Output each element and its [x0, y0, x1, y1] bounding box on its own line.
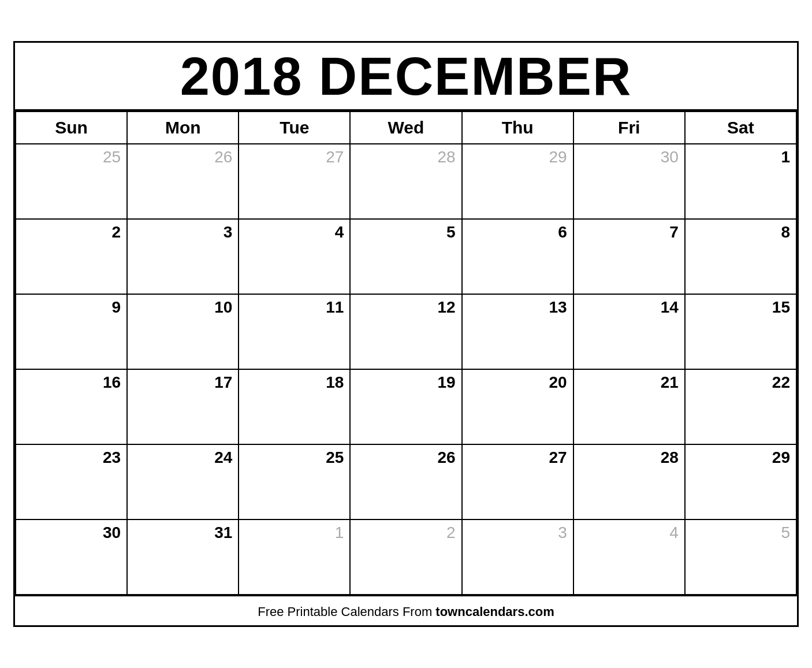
footer-normal-text: Free Printable Calendars From — [258, 604, 435, 619]
footer-bold-text: towncalendars.com — [435, 604, 554, 619]
calendar-cell: 30 — [573, 144, 685, 219]
footer: Free Printable Calendars From towncalend… — [15, 595, 797, 625]
calendar-cell: 15 — [685, 294, 796, 369]
calendar-cell: 8 — [685, 219, 796, 294]
calendar-cell: 30 — [16, 519, 127, 595]
calendar-cell: 16 — [16, 369, 127, 444]
week-row-1: 2526272829301 — [16, 144, 796, 219]
calendar-cell: 9 — [16, 294, 127, 369]
calendar-cell: 28 — [350, 144, 461, 219]
day-header-thu: Thu — [462, 112, 573, 144]
day-header-fri: Fri — [573, 112, 685, 144]
calendar-cell: 3 — [127, 219, 239, 294]
calendar-cell: 10 — [127, 294, 239, 369]
calendar-cell: 25 — [239, 444, 350, 519]
calendar-cell: 12 — [350, 294, 461, 369]
calendar-title: 2018 DECEMBER — [15, 43, 797, 111]
calendar-cell: 4 — [239, 219, 350, 294]
calendar-cell: 2 — [16, 219, 127, 294]
calendar-cell: 26 — [127, 144, 239, 219]
week-row-4: 16171819202122 — [16, 369, 796, 444]
calendar-container: 2018 DECEMBER SunMonTueWedThuFriSat 2526… — [13, 41, 799, 627]
calendar-cell: 18 — [239, 369, 350, 444]
calendar-cell: 28 — [573, 444, 685, 519]
week-row-5: 23242526272829 — [16, 444, 796, 519]
week-row-2: 2345678 — [16, 219, 796, 294]
calendar-cell: 7 — [573, 219, 685, 294]
calendar-cell: 17 — [127, 369, 239, 444]
day-header-tue: Tue — [239, 112, 350, 144]
calendar-cell: 27 — [239, 144, 350, 219]
calendar-cell: 29 — [685, 444, 796, 519]
calendar-cell: 22 — [685, 369, 796, 444]
day-header-sun: Sun — [16, 112, 127, 144]
day-header-wed: Wed — [350, 112, 461, 144]
calendar-cell: 23 — [16, 444, 127, 519]
calendar-cell: 20 — [462, 369, 573, 444]
calendar-cell: 1 — [685, 144, 796, 219]
day-header-mon: Mon — [127, 112, 239, 144]
calendar-cell: 31 — [127, 519, 239, 595]
day-header-sat: Sat — [685, 112, 796, 144]
calendar-cell: 24 — [127, 444, 239, 519]
calendar-cell: 5 — [350, 219, 461, 294]
days-of-week-row: SunMonTueWedThuFriSat — [16, 112, 796, 144]
calendar-cell: 13 — [462, 294, 573, 369]
calendar-cell: 21 — [573, 369, 685, 444]
calendar-cell: 29 — [462, 144, 573, 219]
calendar-cell: 11 — [239, 294, 350, 369]
calendar-cell: 14 — [573, 294, 685, 369]
calendar-body: 2526272829301234567891011121314151617181… — [16, 144, 796, 595]
calendar-cell: 3 — [462, 519, 573, 595]
calendar-cell: 25 — [16, 144, 127, 219]
calendar-cell: 19 — [350, 369, 461, 444]
calendar-cell: 1 — [239, 519, 350, 595]
calendar-cell: 2 — [350, 519, 461, 595]
week-row-3: 9101112131415 — [16, 294, 796, 369]
calendar-cell: 27 — [462, 444, 573, 519]
calendar-cell: 4 — [573, 519, 685, 595]
week-row-6: 303112345 — [16, 519, 796, 595]
calendar-grid: SunMonTueWedThuFriSat 252627282930123456… — [15, 111, 797, 595]
calendar-cell: 26 — [350, 444, 461, 519]
calendar-cell: 6 — [462, 219, 573, 294]
calendar-cell: 5 — [685, 519, 796, 595]
